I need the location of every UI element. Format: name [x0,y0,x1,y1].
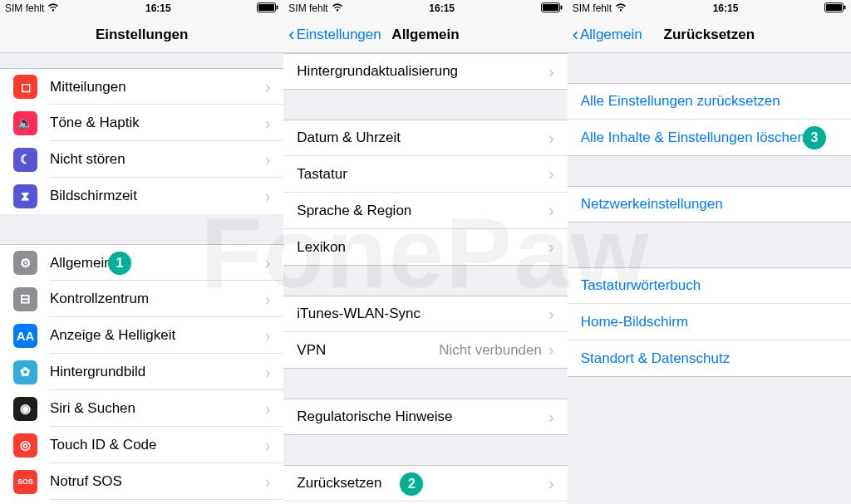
screentime-icon: ⧗ [13,184,37,208]
cell-vpn[interactable]: VPNNicht verbunden› [283,332,567,369]
settings-display[interactable]: AAAnzeige & Helligkeit› [0,317,283,354]
chevron-right-icon: › [265,150,271,169]
chevron-right-icon: › [265,326,271,345]
wallpaper-icon: ✿ [13,360,37,384]
chevron-right-icon: › [265,472,271,492]
wifi-icon [615,2,627,14]
cell-label: Töne & Haptik [50,115,265,131]
notifications-icon: ◻︎ [13,75,37,99]
cell-label: Datum & Uhrzeit [297,130,548,146]
cell-reset[interactable]: Zurücksetzen›2 [283,465,567,502]
carrier-label: SIM fehlt [5,2,44,14]
cell-label: Allgemein [50,255,265,272]
cell-keyboard[interactable]: Tastatur› [283,156,567,193]
chevron-right-icon: › [548,201,554,220]
sounds-icon: 🔈 [13,111,37,135]
cell-label: Netzwerkeinstellungen [581,196,838,213]
cell-reset-home[interactable]: Home-Bildschirm [568,304,851,340]
chevron-right-icon: › [548,62,554,81]
settings-wallpaper[interactable]: ✿Hintergrundbild› [0,354,283,390]
cell-erase-all[interactable]: Alle Inhalte & Einstellungen löschen3 [568,120,851,156]
chevron-right-icon: › [265,114,271,133]
back-label: Einstellungen [297,27,381,43]
cell-dictionary[interactable]: Lexikon› [283,229,567,266]
settings-general[interactable]: ⚙︎Allgemein›1 [0,244,283,281]
settings-dnd[interactable]: ☾Nicht stören› [0,141,283,178]
siri-icon: ◉ [13,397,37,421]
cell-label: Nicht stören [50,151,265,168]
touchid-icon: ◎ [13,433,37,458]
cell-datetime[interactable]: Datum & Uhrzeit› [283,120,567,156]
cell-label: Touch ID & Code [50,437,265,453]
wifi-icon [47,2,59,14]
svg-rect-4 [543,4,558,11]
cell-language[interactable]: Sprache & Region› [283,193,567,229]
wifi-icon [332,2,343,14]
svg-rect-1 [258,4,274,11]
svg-rect-5 [560,5,562,9]
cell-detail: Nicht verbunden [439,342,542,359]
cell-reset-location-privacy[interactable]: Standort & Datenschutz [568,340,851,377]
cell-label: Regulatorische Hinweise [297,409,548,425]
settings-notifications[interactable]: ◻︎Mitteilungen› [0,68,283,105]
nav-bar: ‹ Einstellungen Allgemein [283,17,567,53]
settings-sounds[interactable]: 🔈Töne & Haptik› [0,105,283,141]
cell-reset-network[interactable]: Netzwerkeinstellungen [568,186,851,223]
status-bar: SIM fehlt 16:15 [0,0,283,17]
phone-reset: SIM fehlt 16:15 ‹ Allgemein Zurücksetzen… [568,0,851,504]
chevron-right-icon: › [265,290,271,309]
carrier-label: SIM fehlt [288,2,327,14]
chevron-right-icon: › [548,474,554,493]
back-label: Allgemein [580,27,642,43]
back-button[interactable]: ‹ Einstellungen [283,26,381,44]
cell-label: Hintergrundbild [50,364,265,380]
general-icon: ⚙︎ [13,251,37,275]
chevron-right-icon: › [265,187,271,206]
chevron-right-icon: › [548,237,554,257]
clock: 16:15 [713,2,739,14]
battery-icon [257,2,278,15]
battery-icon [541,2,563,15]
battery-icon [824,2,846,15]
chevron-right-icon: › [548,340,554,360]
nav-title: Einstellungen [0,27,283,43]
cell-bgrefresh[interactable]: Hintergrundaktualisierung› [283,53,567,90]
annotation-badge: 2 [400,472,423,496]
settings-touchid[interactable]: ◎Touch ID & Code› [0,427,283,463]
settings-siri[interactable]: ◉Siri & Suchen› [0,390,283,427]
phone-settings: SIM fehlt 16:15 Einstellungen ◻︎Mitteilu… [0,0,283,504]
cell-label: Home-Bildschirm [581,314,838,330]
cell-label: Tastatur [297,166,548,183]
cell-label: VPN [297,342,439,359]
cell-label: Bildschirmzeit [50,188,265,204]
cell-label: Sprache & Region [297,203,548,219]
cell-label: Lexikon [297,239,548,256]
cell-label: Anzeige & Helligkeit [50,327,265,344]
cell-label: Alle Inhalte & Einstellungen löschen [581,130,838,146]
cell-itunessync[interactable]: iTunes-WLAN-Sync› [283,296,567,332]
cell-label: Kontrollzentrum [50,291,265,307]
chevron-right-icon: › [548,408,554,427]
clock: 16:15 [145,2,171,14]
svg-rect-8 [844,5,845,9]
cell-regulatory[interactable]: Regulatorische Hinweise› [283,399,567,435]
settings-sos[interactable]: SOSNotruf SOS› [0,463,283,500]
settings-battery[interactable]: ▮Batterie› [0,500,283,504]
carrier-label: SIM fehlt [573,2,612,14]
display-icon: AA [13,324,37,348]
cell-label: iTunes-WLAN-Sync [297,306,548,322]
settings-screentime[interactable]: ⧗Bildschirmzeit› [0,178,283,214]
cell-label: Hintergrundaktualisierung [297,63,548,80]
svg-rect-7 [826,4,842,11]
cell-reset-keyboard-dict[interactable]: Tastaturwörterbuch [568,267,851,304]
cell-label: Notruf SOS [50,473,265,490]
cell-label: Mitteilungen [50,79,265,95]
settings-controlcenter[interactable]: ⊟Kontrollzentrum› [0,281,283,317]
back-button[interactable]: ‹ Allgemein [568,26,642,44]
chevron-right-icon: › [265,253,271,272]
annotation-badge: 1 [108,252,131,275]
dnd-icon: ☾ [13,148,37,172]
svg-rect-2 [277,5,278,9]
cell-reset-all-settings[interactable]: Alle Einstellungen zurücksetzen [568,83,851,120]
cell-label: Standort & Datenschutz [581,350,838,367]
